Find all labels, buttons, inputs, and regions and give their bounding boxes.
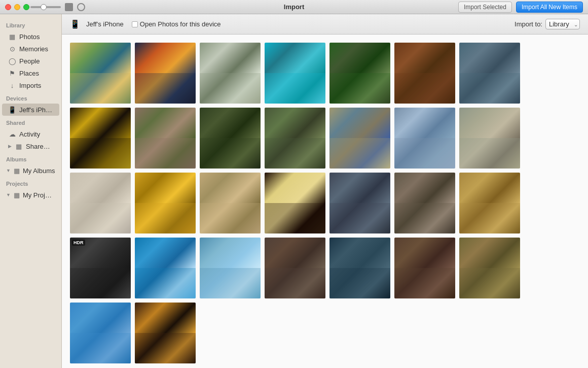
photo-thumb[interactable] (394, 173, 455, 233)
svg-rect-35 (265, 203, 325, 233)
svg-rect-3 (135, 73, 196, 104)
open-photos-checkbox-group[interactable]: Open Photos for this device (132, 20, 221, 28)
svg-rect-41 (459, 203, 520, 233)
svg-rect-15 (70, 138, 131, 169)
hdr-badge: HDR (72, 240, 85, 246)
svg-rect-59 (135, 333, 196, 363)
photo-thumb[interactable] (459, 238, 520, 298)
photo-thumb[interactable] (265, 108, 325, 169)
import-to-select[interactable]: Library (545, 19, 580, 29)
svg-rect-53 (394, 268, 455, 298)
svg-rect-47 (200, 268, 261, 298)
photo-thumb[interactable] (394, 238, 455, 298)
window-title: Import (284, 3, 304, 11)
main-layout: Library ▦ Photos ⊙ Memories ◯ People ⚑ P… (0, 14, 588, 368)
svg-rect-11 (394, 73, 455, 104)
circle-icon (77, 3, 85, 11)
sidebar-item-photos-label: Photos (19, 33, 40, 41)
photo-thumb[interactable] (70, 43, 131, 104)
library-section-label: Library (0, 18, 61, 30)
import-to-label: Import to: (514, 20, 542, 28)
photo-thumb[interactable] (265, 173, 325, 233)
photo-thumb[interactable] (329, 173, 390, 233)
titlebar: Import Import Selected Import All New It… (0, 0, 588, 14)
photo-thumb[interactable] (394, 43, 455, 104)
import-to-section: Import to: Library (514, 19, 580, 29)
photo-thumb[interactable] (394, 108, 455, 169)
close-button[interactable] (5, 4, 11, 10)
photo-grid: HDR (70, 43, 580, 363)
photo-thumb[interactable] (135, 303, 196, 363)
albums-chevron-icon: ▼ (6, 168, 11, 173)
photo-thumb[interactable] (135, 238, 196, 298)
photo-thumb[interactable] (70, 108, 131, 169)
people-icon: ◯ (8, 57, 16, 65)
photo-thumb[interactable] (70, 303, 131, 363)
maximize-button[interactable] (23, 4, 29, 10)
svg-rect-7 (265, 73, 325, 104)
iphone-icon: 📱 (8, 106, 16, 114)
svg-rect-49 (265, 268, 325, 298)
sidebar-item-places[interactable]: ⚑ Places (2, 67, 59, 79)
svg-rect-43 (70, 268, 131, 298)
photo-thumb[interactable] (265, 43, 325, 104)
svg-rect-1 (70, 73, 131, 104)
photo-grid-container[interactable]: HDR (62, 35, 588, 368)
photo-thumb[interactable] (459, 43, 520, 104)
photos-icon: ▦ (8, 32, 16, 41)
photo-thumb[interactable] (135, 173, 196, 233)
sidebar-item-my-projects[interactable]: ▼ ▦ My Projects (0, 189, 61, 201)
device-name-label: Jeff's iPhone (86, 20, 124, 28)
photo-thumb[interactable]: HDR (70, 238, 131, 298)
sidebar-item-photos[interactable]: ▦ Photos (2, 30, 59, 43)
sidebar-item-device[interactable]: 📱 Jeff's iPho... (2, 104, 59, 116)
photo-thumb[interactable] (459, 108, 520, 169)
sidebar-item-activity[interactable]: ☁ Activity (2, 128, 59, 140)
sidebar-item-shared-albums-label: Shared Albums (26, 143, 53, 150)
svg-rect-25 (394, 138, 455, 169)
svg-rect-39 (394, 203, 455, 233)
photo-thumb[interactable] (200, 238, 261, 298)
imports-icon: ↓ (8, 81, 16, 89)
open-photos-checkbox[interactable] (132, 21, 138, 27)
sidebar-item-device-label: Jeff's iPho... (19, 106, 53, 114)
sidebar-item-imports[interactable]: ↓ Imports (2, 79, 59, 91)
sidebar-item-memories[interactable]: ⊙ Memories (2, 43, 59, 55)
zoom-slider[interactable] (30, 3, 85, 11)
svg-rect-17 (135, 138, 196, 169)
svg-rect-29 (70, 203, 131, 233)
import-to-select-wrapper[interactable]: Library (545, 19, 580, 29)
svg-rect-51 (329, 268, 390, 298)
photo-thumb[interactable] (459, 173, 520, 233)
sidebar-item-shared-albums[interactable]: ▶ ▦ Shared Albums (2, 140, 59, 152)
devices-section-label: Devices (0, 91, 61, 104)
photo-thumb[interactable] (70, 173, 131, 233)
shared-albums-icon: ▦ (15, 142, 23, 150)
sidebar-item-people[interactable]: ◯ People (2, 55, 59, 67)
open-photos-label: Open Photos for this device (140, 20, 221, 28)
svg-rect-5 (200, 73, 261, 104)
svg-rect-9 (329, 73, 390, 104)
photo-thumb[interactable] (329, 238, 390, 298)
import-selected-button[interactable]: Import Selected (458, 2, 512, 13)
photo-thumb[interactable] (265, 238, 325, 298)
shared-section-label: Shared (0, 116, 61, 128)
photo-thumb[interactable] (329, 108, 390, 169)
projects-chevron-icon: ▼ (6, 192, 11, 197)
import-all-button[interactable]: Import All New Items (516, 2, 583, 13)
photo-thumb[interactable] (135, 108, 196, 169)
minimize-button[interactable] (14, 4, 20, 10)
svg-rect-55 (459, 268, 520, 298)
sidebar-item-imports-label: Imports (19, 82, 41, 89)
photo-thumb[interactable] (135, 43, 196, 104)
titlebar-controls (5, 4, 29, 10)
titlebar-actions: Import Selected Import All New Items (458, 2, 583, 13)
svg-rect-31 (135, 203, 196, 233)
photo-thumb[interactable] (200, 43, 261, 104)
albums-icon: ▦ (13, 166, 21, 175)
sidebar: Library ▦ Photos ⊙ Memories ◯ People ⚑ P… (0, 14, 62, 368)
photo-thumb[interactable] (200, 173, 261, 233)
photo-thumb[interactable] (329, 43, 390, 104)
sidebar-item-my-albums[interactable]: ▼ ▦ My Albums (0, 164, 61, 177)
photo-thumb[interactable] (200, 108, 261, 169)
